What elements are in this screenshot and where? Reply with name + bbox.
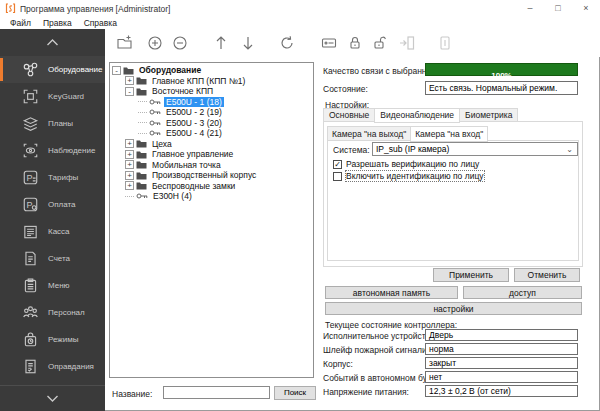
close-button[interactable]: × bbox=[572, 0, 600, 17]
tree-row[interactable]: + Производственный корпус bbox=[110, 170, 313, 181]
tree-item-label[interactable]: E300H (4) bbox=[151, 191, 194, 201]
refresh-button[interactable] bbox=[277, 33, 297, 53]
tree-item-label[interactable]: Производственный корпус bbox=[150, 170, 258, 180]
verification-checkbox[interactable]: ✓ Разрешать верификацию по лицу bbox=[333, 159, 479, 169]
tree-row[interactable]: + Цеха bbox=[110, 139, 313, 150]
menu-file[interactable]: Файл bbox=[4, 17, 37, 29]
checkbox-box[interactable]: ✓ bbox=[333, 160, 342, 169]
sidebar-item-label: KeyGuard bbox=[48, 92, 84, 101]
tree-item-label[interactable]: Восточное КПП bbox=[150, 86, 215, 96]
tree-item-label[interactable]: E500U - 1 (18) bbox=[164, 97, 224, 107]
tree-connector bbox=[138, 112, 147, 113]
lock-button[interactable] bbox=[345, 33, 365, 53]
search-button[interactable]: Поиск bbox=[274, 386, 316, 400]
tree-expander[interactable]: + bbox=[125, 171, 134, 180]
sidebar-item-plans[interactable]: Планы bbox=[0, 110, 105, 137]
modes-bag-icon bbox=[22, 331, 39, 348]
autonomous-memory-button[interactable]: автономная память bbox=[325, 286, 458, 299]
sidebar-item-equipment[interactable]: Оборудование bbox=[0, 56, 105, 83]
name-search-input[interactable] bbox=[163, 386, 270, 399]
chevron-down-icon bbox=[46, 395, 59, 402]
apply-button[interactable]: Применить bbox=[433, 268, 509, 282]
lock-open-icon bbox=[371, 34, 389, 52]
subtab-camera-entry[interactable]: Камера "на вход" bbox=[410, 126, 488, 142]
tree-expander[interactable]: + bbox=[125, 160, 134, 169]
menu-help[interactable]: Справка bbox=[78, 17, 123, 29]
tree-row[interactable]: + Беспроводные замки bbox=[110, 181, 313, 192]
tree-row[interactable]: + Главное КПП (КПП №1) bbox=[110, 76, 313, 87]
sidebar-item-keyguard[interactable]: KeyGuard bbox=[0, 83, 105, 110]
tab-video-surveillance[interactable]: Видеонаблюдение bbox=[374, 108, 460, 123]
tree-item-label[interactable]: Цеха bbox=[150, 139, 174, 149]
sidebar-item-tariffs[interactable]: P Тарифы bbox=[0, 164, 105, 191]
field-label: Корпус: bbox=[323, 359, 353, 369]
add-folder-button[interactable] bbox=[115, 33, 135, 53]
cancel-button[interactable]: Отменить bbox=[514, 268, 580, 282]
field-label: Напряжение питания: bbox=[323, 387, 409, 397]
tree-item-label[interactable]: Главное КПП (КПП №1) bbox=[150, 76, 247, 86]
folder-icon bbox=[136, 76, 147, 85]
field-value: 12,3 ± 0,2 В (от сети) bbox=[425, 385, 578, 397]
minimize-button[interactable]: – bbox=[516, 0, 544, 17]
key-icon bbox=[149, 129, 161, 137]
tree-row[interactable]: E300H (4) bbox=[110, 191, 313, 202]
card-button[interactable] bbox=[435, 33, 455, 53]
tree-connector bbox=[138, 101, 147, 102]
tree-row[interactable]: E500U - 3 (20) bbox=[110, 118, 313, 129]
sidebar-item-excuses[interactable]: Оправдания bbox=[0, 353, 105, 380]
checkbox-box[interactable] bbox=[333, 172, 342, 181]
maximize-button[interactable]: □ bbox=[544, 0, 572, 17]
sidebar-item-label: Оправдания bbox=[48, 362, 94, 371]
door-enter-button[interactable] bbox=[397, 33, 417, 53]
expand-all-button[interactable] bbox=[145, 33, 165, 53]
sidebar-item-payment[interactable]: P Оплата bbox=[0, 191, 105, 218]
sidebar-item-menu[interactable]: Меню bbox=[0, 272, 105, 299]
tree-row[interactable]: E500U - 4 (21) bbox=[110, 128, 313, 139]
tree-item-label[interactable]: Мобильная точка bbox=[150, 160, 223, 170]
tab-biometrics[interactable]: Биометрика bbox=[459, 108, 518, 122]
tree-item-label[interactable]: Оборудование bbox=[137, 65, 203, 75]
sidebar-item-personnel[interactable]: Персонал bbox=[0, 299, 105, 326]
tab-general[interactable]: Основные bbox=[323, 108, 374, 122]
sidebar-item-surveillance[interactable]: Наблюдение bbox=[0, 137, 105, 164]
menu-edit[interactable]: Правка bbox=[37, 17, 78, 29]
card-reader-button[interactable] bbox=[319, 33, 339, 53]
unlock-button[interactable] bbox=[370, 33, 390, 53]
tree-item-label[interactable]: E500U - 4 (21) bbox=[164, 128, 224, 138]
access-button[interactable]: доступ bbox=[463, 286, 582, 299]
sidebar-item-label: Персонал bbox=[48, 308, 85, 317]
tree-expander[interactable]: + bbox=[125, 181, 134, 190]
lock-closed-icon bbox=[346, 34, 364, 52]
tree-item-label[interactable]: E500U - 2 (19) bbox=[164, 107, 224, 117]
tree-row[interactable]: + Главное управление bbox=[110, 149, 313, 160]
tariffs-p-icon: P bbox=[22, 169, 39, 186]
system-select[interactable]: IP_sub (IP камера) ⌄ bbox=[372, 142, 578, 156]
settings-button[interactable]: настройки bbox=[325, 302, 582, 315]
subtab-camera-exit[interactable]: Камера "на выход" bbox=[327, 126, 411, 141]
tree-expander[interactable]: + bbox=[125, 76, 134, 85]
tree-row[interactable]: - Оборудование bbox=[110, 65, 313, 76]
sidebar-scroll-down[interactable] bbox=[0, 385, 105, 411]
sidebar-scroll-up[interactable] bbox=[0, 29, 105, 55]
sidebar-item-modes[interactable]: Режимы bbox=[0, 326, 105, 353]
tree-connector bbox=[138, 133, 147, 134]
circle-plus-icon bbox=[146, 34, 164, 52]
tree-expander[interactable]: - bbox=[112, 66, 121, 75]
tree-item-label[interactable]: E500U - 3 (20) bbox=[164, 118, 224, 128]
tree-item-label[interactable]: Беспроводные замки bbox=[150, 181, 237, 191]
tree-row[interactable]: E500U - 1 (18) bbox=[110, 97, 313, 108]
tree-expander[interactable]: - bbox=[125, 87, 134, 96]
move-down-button[interactable] bbox=[238, 33, 258, 53]
sidebar-item-cash[interactable]: Касса bbox=[0, 218, 105, 245]
sidebar-item-invoices[interactable]: Счета bbox=[0, 245, 105, 272]
tree-row[interactable]: E500U - 2 (19) bbox=[110, 107, 313, 118]
tree-row[interactable]: + Мобильная точка bbox=[110, 160, 313, 171]
identification-checkbox[interactable]: Включить идентификацию по лицу bbox=[333, 171, 484, 181]
field-value: закрыт bbox=[425, 357, 578, 369]
tree-expander[interactable]: + bbox=[125, 150, 134, 159]
tree-item-label[interactable]: Главное управление bbox=[150, 149, 235, 159]
collapse-all-button[interactable] bbox=[170, 33, 190, 53]
tree-expander[interactable]: + bbox=[125, 139, 134, 148]
move-up-button[interactable] bbox=[211, 33, 231, 53]
tree-row[interactable]: - Восточное КПП bbox=[110, 86, 313, 97]
